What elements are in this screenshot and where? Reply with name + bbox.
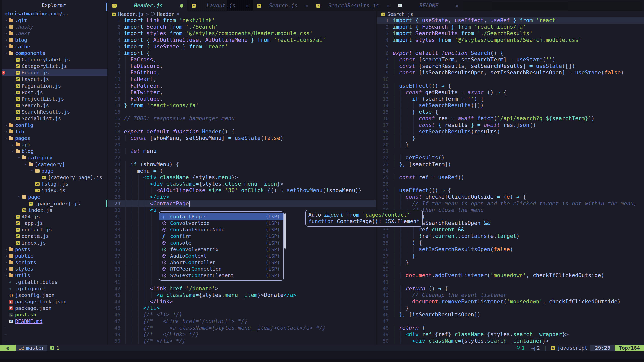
- explorer-item--app-js[interactable]: JS_app.js: [0, 220, 107, 226]
- code-line-7[interactable]: 7│ const [searchTerm, setSearchTerm] = u…: [377, 56, 644, 63]
- completion-item-console[interactable]: console(LSP): [159, 239, 283, 246]
- code-line-15[interactable]: 15: [108, 109, 376, 115]
- git-branch-segment[interactable]: ⎇ master: [16, 345, 47, 351]
- explorer-item-categorylabel-js[interactable]: JSCategoryLabel.js: [0, 56, 107, 63]
- code-line-44[interactable]: 44│ │ │ │ </Link>: [108, 298, 376, 305]
- code-line-25[interactable]: 25│ │ │ <div className={styles.menu}>: [108, 174, 376, 181]
- code-line-22[interactable]: 22: [108, 154, 376, 161]
- explorer-item-layout-js[interactable]: JSLayout.js: [0, 76, 107, 83]
- code-line-50[interactable]: 50│ │ │ {/* </li> */}: [108, 338, 376, 344]
- code-line-35[interactable]: 35│ │ │ ) {: [377, 239, 644, 246]
- tab-header-js[interactable]: JSHeader.js: [108, 0, 187, 11]
- diagnostic-hint-segment[interactable]: 1: [514, 345, 528, 351]
- code-line-19[interactable]: 19│ │ │ }: [377, 135, 644, 141]
- code-line-47[interactable]: 47: [377, 318, 644, 325]
- code-line-46[interactable]: 46│ │ │ {/* <li> */}: [108, 311, 376, 318]
- code-line-9[interactable]: 9│ const [isSearchResultsOpen, setIsSear…: [377, 69, 644, 76]
- explorer-item--gitignore[interactable]: ◆.gitignore: [0, 285, 107, 292]
- completion-item-abortcontroller[interactable]: AbortController(LSP): [159, 259, 283, 266]
- explorer-item--husky[interactable]: ›.husky: [0, 24, 107, 30]
- code-line-23[interactable]: 23│ if (showMenu) {: [108, 161, 376, 168]
- code-line-44[interactable]: 44│ │ │ document.removeEventListener('mo…: [377, 298, 644, 305]
- code-line-17[interactable]: 17│ │ │ │ const { results } = await res.…: [377, 122, 644, 128]
- explorer-item-projectlist-js[interactable]: JSProjectList.js: [0, 96, 107, 102]
- completion-item-constantsourcenode[interactable]: ConstantSourceNode(LSP): [159, 226, 283, 233]
- code-line-36[interactable]: 36│ │ │ │ setIsSearchResultsOpen(false): [377, 246, 644, 253]
- tab-layout-js[interactable]: JSLayout.js✕: [187, 0, 253, 11]
- explorer-item-api[interactable]: ›api: [0, 141, 107, 148]
- code-line-12[interactable]: 12│ FaTwitter,: [108, 89, 376, 96]
- explorer-item--category-[interactable]: ›[category]: [0, 161, 107, 168]
- code-line-14[interactable]: 14} from 'react-icons/fa': [108, 102, 376, 109]
- editor-window-search-js[interactable]: JSSearch.js1import { useState, useEffect…: [377, 11, 644, 345]
- explorer-item-index-js[interactable]: JSindex.js: [0, 239, 107, 246]
- code-line-18[interactable]: 18export default function Header() {: [108, 128, 376, 135]
- code-line-16[interactable]: 16// TODO: responsive hamburger menu: [108, 115, 376, 122]
- explorer-item-package-lock-json[interactable]: package-lock.json: [0, 298, 107, 305]
- code-line-40[interactable]: 40│ │ document.addEventListener('mousedo…: [377, 272, 644, 279]
- tab-close-icon[interactable]: ✕: [387, 3, 390, 8]
- git-added-segment[interactable]: + 1: [47, 345, 62, 351]
- code-line-26[interactable]: 26: [377, 181, 644, 187]
- explorer-item-sociallist-js[interactable]: JSSocialList.js: [0, 115, 107, 122]
- code-line-34[interactable]: 34│ │ │ │ !ref.current.contains(e.target…: [377, 233, 644, 239]
- code-line-1[interactable]: 1import Link from 'next/link': [108, 17, 376, 24]
- explorer-item-category[interactable]: ›category: [0, 154, 107, 161]
- code-line-16[interactable]: 16│ │ │ │ const res = await fetch(`/api/…: [377, 115, 644, 122]
- completion-item-audiocontext[interactable]: AudioContext(LSP): [159, 253, 283, 259]
- code-line-48[interactable]: 48│ │ │ {/* <a className={styles.menu__i…: [108, 325, 376, 331]
- code-line-24[interactable]: 24: [377, 168, 644, 174]
- code-line-45[interactable]: 45│ │ │ </li>: [108, 305, 376, 311]
- explorer-item-public[interactable]: ›public: [0, 253, 107, 259]
- explorer-item-components[interactable]: ›components: [0, 50, 107, 56]
- explorer-item-contact-js[interactable]: JScontact.js: [0, 226, 107, 233]
- explorer-item-pages[interactable]: ›pages: [0, 135, 107, 141]
- code-line-28[interactable]: 28│ │ const checkIfClickedOutside = (e) …: [377, 194, 644, 200]
- explorer-item-lib[interactable]: ›lib: [0, 128, 107, 135]
- explorer-item--gitattributes[interactable]: ◆.gitattributes: [0, 279, 107, 285]
- completion-item-convolvernode[interactable]: ConvolverNode(LSP): [159, 220, 283, 226]
- autocomplete-scrollbar[interactable]: [284, 213, 286, 249]
- code-line-17[interactable]: 17: [108, 122, 376, 128]
- code-line-3[interactable]: 3import SearchResults from './SearchResu…: [377, 30, 644, 37]
- code-line-46[interactable]: 46│ }, [isSearchResultsOpen]): [377, 311, 644, 318]
- completion-item-contactpage-[interactable]: ƒContactPage~(LSP): [159, 213, 283, 220]
- explorer-item-header-js[interactable]: ✕JSHeader.js: [0, 69, 107, 76]
- explorer-item--git[interactable]: ›.git: [0, 17, 107, 24]
- explorer-root-folder[interactable]: chrisatmachine.com/..: [5, 11, 69, 17]
- code-line-8[interactable]: 8│ const [searchResults, setSearchResult…: [377, 63, 644, 69]
- explorer-item-404-js[interactable]: JS404.js: [0, 213, 107, 220]
- explorer-item-cache[interactable]: ›cache: [0, 43, 107, 50]
- completion-item-feconvolvematrix[interactable]: feConvolveMatrix(LSP): [159, 246, 283, 253]
- explorer-item-post-sh[interactable]: >_post.sh: [0, 311, 107, 318]
- code-line-7[interactable]: 7│ FaCross,: [108, 56, 376, 63]
- explorer-item-posts[interactable]: ›posts: [0, 246, 107, 253]
- explorer-item-config[interactable]: ›config: [0, 122, 107, 128]
- code-line-48[interactable]: 48│ return (: [377, 325, 644, 331]
- code-line-49[interactable]: 49│ │ │ {/* </Link> */}: [108, 331, 376, 338]
- code-line-19[interactable]: 19│ const [showMenu, setShowMenu] = useS…: [108, 135, 376, 141]
- code-line-42[interactable]: 42│ │ │ │ <Link href='/donate'>: [108, 285, 376, 292]
- code-line-21[interactable]: 21│ let menu: [108, 148, 376, 154]
- explorer-item-jsconfig-json[interactable]: {}jsconfig.json: [0, 292, 107, 298]
- explorer-item-package-json[interactable]: package.json: [0, 305, 107, 311]
- explorer-item-page[interactable]: ›page: [0, 168, 107, 174]
- code-line-49[interactable]: 49│ │ <div ref={ref} className={styles.s…: [377, 331, 644, 338]
- explorer-item-readme-md[interactable]: M↓README.md: [0, 318, 107, 325]
- code-line-5[interactable]: 5import { useState } from 'react': [108, 43, 376, 50]
- explorer-item-post-js[interactable]: JSPost.js: [0, 89, 107, 96]
- tab-close-icon[interactable]: ✕: [305, 3, 308, 8]
- code-line-29[interactable]: 29│ │ │ // If the menu is open and the c…: [377, 200, 644, 207]
- code-line-38[interactable]: 38│ │ }: [377, 259, 644, 266]
- code-line-20[interactable]: 20: [108, 141, 376, 148]
- code-line-37[interactable]: 37│ │ │ }: [377, 253, 644, 259]
- command-line[interactable]: [0, 351, 644, 362]
- code-line-2[interactable]: 2import Search from './Search': [108, 24, 376, 30]
- explorer-item-index-js[interactable]: JSindex.js: [0, 207, 107, 213]
- explorer-item-page[interactable]: ›page: [0, 194, 107, 200]
- code-line-21[interactable]: 21: [377, 148, 644, 154]
- explorer-item-blog[interactable]: ›blog: [0, 148, 107, 154]
- code-line-45[interactable]: 45│ │ }: [377, 305, 644, 311]
- code-line-12[interactable]: 12│ │ const getResults = async () ⇒ {: [377, 89, 644, 96]
- code-line-9[interactable]: 9│ FaGithub,: [108, 69, 376, 76]
